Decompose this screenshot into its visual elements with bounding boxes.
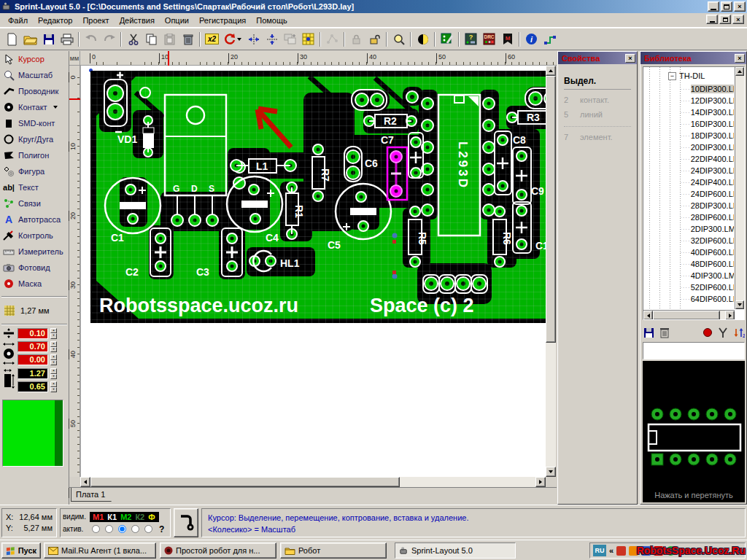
unlock-button[interactable] <box>365 31 384 48</box>
menu-item[interactable]: Файл <box>3 15 33 26</box>
layer-radio-m2[interactable] <box>118 525 126 533</box>
pad-dropdown-arrow[interactable] <box>53 106 58 109</box>
close-button[interactable]: × <box>734 1 746 12</box>
library-tree-root[interactable]: − TH-DIL <box>668 71 705 80</box>
layer-radio-f[interactable] <box>144 525 152 533</box>
tray-icon[interactable] <box>654 546 663 556</box>
track-width-spinner[interactable]: ▲▼ <box>50 328 57 339</box>
tool-zoom[interactable]: Масштаб <box>0 67 69 83</box>
smd-width-spinner[interactable]: ▲▼ <box>50 368 57 379</box>
mirror-horizontal-button[interactable] <box>244 31 263 48</box>
drc-check-button[interactable]: DRC <box>480 31 498 48</box>
track-width-value[interactable]: 0.10 <box>18 328 48 339</box>
horizontal-scroll-thumb[interactable] <box>653 311 720 320</box>
tool-test[interactable]: Контроль <box>0 228 69 244</box>
copy-button[interactable] <box>142 31 160 48</box>
menu-item[interactable]: Действия <box>115 15 160 26</box>
layer-radio-k2[interactable] <box>131 525 139 533</box>
layer-label[interactable]: М1 <box>93 513 104 521</box>
scroll-down-button[interactable] <box>546 467 556 477</box>
start-button[interactable]: Пуск <box>1 542 41 559</box>
library-item[interactable]: ····4DIP300.LM <box>680 270 734 281</box>
restore-button[interactable] <box>721 1 732 12</box>
library-item[interactable]: ····28DIP300.LM <box>680 200 734 211</box>
macro-button[interactable]: M <box>498 31 516 48</box>
connections-button[interactable] <box>323 31 341 48</box>
tool-autoroute[interactable]: AАвтотрасса <box>0 211 69 228</box>
pad-inner-spinner[interactable]: ▲▼ <box>50 354 57 365</box>
library-delete-button[interactable] <box>659 327 670 338</box>
paste-button[interactable] <box>160 31 179 48</box>
properties-close-button[interactable]: × <box>625 54 635 63</box>
library-close-button[interactable]: × <box>735 54 745 63</box>
tray-icon[interactable] <box>666 546 676 556</box>
layer-visibility-box[interactable]: М1К1М2К2Ф <box>90 512 159 522</box>
grid-setting[interactable]: 1,27 мм <box>0 300 69 322</box>
scroll-up-button[interactable] <box>735 67 744 76</box>
tool-measure[interactable]: Измеритель <box>0 244 69 260</box>
library-split-button[interactable] <box>718 327 728 338</box>
horizontal-scroll-thumb[interactable] <box>90 477 400 487</box>
scroll-right-button[interactable] <box>725 311 735 320</box>
taskbar-task-mailru[interactable]: Mail.Ru Агент (1 вкла... <box>44 542 156 559</box>
tool-smd-pad[interactable]: SMD-конт <box>0 115 69 131</box>
mdi-restore-button[interactable] <box>719 15 731 24</box>
status-tool-button[interactable] <box>174 508 198 537</box>
library-item[interactable]: ····10DIP300.LM <box>680 83 734 95</box>
library-item[interactable]: ····24DIP400.LM <box>680 176 734 188</box>
zoom-button[interactable] <box>390 31 408 48</box>
photo-negative-button[interactable] <box>414 31 432 48</box>
tool-shape[interactable]: Фигура <box>0 163 69 179</box>
layer-label[interactable]: К2 <box>135 513 144 521</box>
library-item[interactable]: ····32DIP600.LM <box>680 235 734 246</box>
mdi-minimize-button[interactable] <box>706 15 718 24</box>
taskbar-task-robot-page[interactable]: Простой робот для н... <box>160 542 276 559</box>
library-item[interactable]: ····64DIP600.LM <box>680 293 734 305</box>
layer-label[interactable]: Ф <box>148 513 155 521</box>
minimize-button[interactable] <box>708 1 719 12</box>
new-document-button[interactable] <box>3 31 21 48</box>
smd-height-spinner[interactable]: ▲▼ <box>50 381 57 392</box>
taskbar-task-sprint-layout[interactable]: Sprint-Layout 5.0 <box>395 542 516 559</box>
tool-mask[interactable]: Маска <box>0 276 69 292</box>
pcb-canvas[interactable]: VD1 C1 C2 C3 C4 C5 C6 C7 C8 C9 C10 HL1 L… <box>90 71 546 323</box>
delete-button[interactable] <box>179 31 197 48</box>
scroll-down-button[interactable] <box>735 300 744 309</box>
library-item[interactable]: ····2DIP300.LM <box>680 223 734 235</box>
menu-item[interactable]: Проект <box>77 15 114 26</box>
library-item[interactable]: ····28DIP600.LM <box>680 211 734 223</box>
help-question-mark[interactable]: ? <box>159 524 168 534</box>
zoom-x2-button[interactable]: x2 <box>203 31 221 48</box>
save-button[interactable] <box>39 31 58 48</box>
library-record-button[interactable] <box>703 327 713 338</box>
tray-icon[interactable] <box>616 546 626 556</box>
vertical-scrollbar[interactable] <box>546 66 556 477</box>
library-tree[interactable]: − TH-DIL ····10DIP300.LM····12DIP300.LM·… <box>643 66 745 320</box>
rotate-button[interactable] <box>221 31 244 48</box>
duplicate-button[interactable] <box>281 31 299 48</box>
library-preview[interactable]: Нажать и перетянуть <box>643 361 745 502</box>
smd-width-value[interactable]: 1.27 <box>18 368 48 379</box>
library-item[interactable]: ····16DIP300.LM <box>680 118 734 130</box>
library-item[interactable]: ····18DIP300.LM <box>680 130 734 141</box>
horizontal-scrollbar[interactable] <box>80 477 546 487</box>
scroll-left-button[interactable] <box>80 477 90 487</box>
tray-collapse-button[interactable]: « <box>609 546 614 555</box>
info-button[interactable]: i <box>522 31 541 48</box>
tree-horizontal-scrollbar[interactable] <box>643 310 735 319</box>
undo-button[interactable] <box>82 31 100 48</box>
rotate-dropdown-arrow[interactable] <box>237 38 241 41</box>
menu-item[interactable]: Редактор <box>33 15 77 26</box>
tree-vertical-scrollbar[interactable] <box>735 67 744 309</box>
cut-button[interactable] <box>124 31 142 48</box>
layer-color-swatch[interactable] <box>2 400 63 467</box>
library-item[interactable]: ····20DIP300.LM <box>680 141 734 153</box>
pad-inner-value[interactable]: 0.00 <box>18 354 48 365</box>
layer-label[interactable]: М2 <box>120 513 131 521</box>
redo-button[interactable] <box>100 31 118 48</box>
test-button[interactable]: ? <box>462 31 480 48</box>
autoroute-button[interactable] <box>541 31 559 48</box>
tool-text[interactable]: ab|Текст <box>0 179 69 195</box>
library-item[interactable]: ····24DIP300.LM <box>680 165 734 176</box>
smd-height-value[interactable]: 0.65 <box>18 381 48 392</box>
